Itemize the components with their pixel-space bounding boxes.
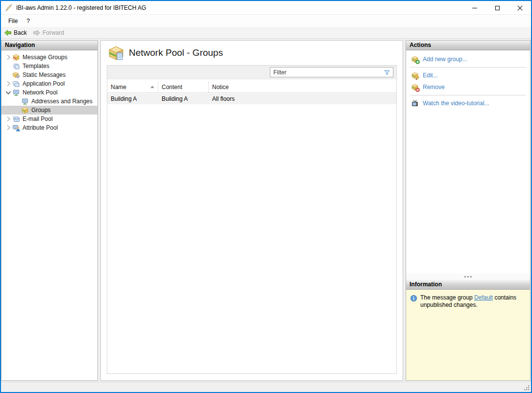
filter-funnel-icon[interactable] — [383, 69, 391, 76]
envelope-icon — [12, 115, 20, 123]
navigation-header: Navigation — [1, 41, 97, 50]
caption-buttons — [463, 1, 531, 15]
watch-video-tutorial-link[interactable]: Watch the video-tutorial... — [406, 97, 530, 109]
maximize-icon — [495, 6, 500, 10]
minimize-icon — [472, 8, 477, 8]
splitter-grip-icon — [464, 276, 466, 277]
app-quill-icon — [5, 4, 13, 12]
chevron-right-icon[interactable] — [4, 124, 12, 132]
message-groups-box-icon — [12, 53, 20, 61]
forward-button[interactable]: Forward — [30, 27, 67, 38]
nav-item-templates[interactable]: Templates — [1, 62, 97, 70]
column-header-name[interactable]: Name — [107, 81, 158, 92]
filter-strip — [107, 66, 396, 79]
main-title-row: Network Pool - Groups — [101, 41, 403, 65]
tv-icon — [411, 99, 419, 107]
person-monitor-icon — [12, 124, 20, 132]
splitter-grip-icon — [467, 276, 469, 277]
nav-item-static-messages[interactable]: Static Messages — [1, 70, 97, 79]
static-messages-gear-box-icon — [12, 71, 20, 79]
right-column: Actions Add new group... Edit... — [406, 40, 531, 381]
chevron-down-icon[interactable] — [4, 89, 12, 96]
nav-item-application-pool[interactable]: Application Pool — [1, 79, 97, 88]
group-box-icon — [21, 106, 29, 114]
application-windows-icon — [12, 80, 20, 88]
cell-content: Building A — [158, 93, 209, 104]
column-header-notice[interactable]: Notice — [209, 81, 396, 92]
information-message: The message group Default contains unpub… — [420, 294, 526, 309]
resize-grip-icon[interactable] — [524, 385, 530, 391]
group-box-document-icon — [108, 45, 124, 61]
forward-arrow-icon — [33, 29, 41, 37]
filter-input[interactable] — [270, 68, 383, 77]
actions-separator — [410, 95, 526, 95]
cell-name: Building A — [107, 93, 158, 104]
toolbar: Back Forward — [1, 27, 531, 39]
menu-file[interactable]: File — [4, 15, 22, 27]
menu-help[interactable]: ? — [22, 15, 34, 27]
window-title: IBI-aws Admin 1.22.0 - registered for IB… — [16, 4, 146, 11]
chevron-placeholder — [4, 62, 12, 70]
group-edit-icon — [411, 71, 419, 79]
chevron-placeholder — [4, 71, 12, 79]
navigation-panel: Navigation Message Groups Templates Stat… — [1, 40, 98, 381]
information-panel: The message group Default contains unpub… — [406, 290, 530, 380]
actions-separator — [410, 67, 526, 68]
network-monitor-icon — [12, 89, 20, 96]
info-circle-icon — [410, 295, 417, 302]
actions-panel: Add new group... Edit... Remove — [406, 50, 530, 274]
menu-bar: File ? — [1, 15, 531, 27]
minimize-button[interactable] — [463, 1, 486, 15]
group-add-icon — [411, 55, 419, 63]
nav-item-attribute-pool[interactable]: Attribute Pool — [1, 123, 97, 132]
edit-button[interactable]: Edit... — [406, 69, 530, 81]
nav-item-network-pool[interactable]: Network Pool — [1, 88, 97, 97]
back-button[interactable]: Back — [1, 27, 30, 38]
app-window: IBI-aws Admin 1.22.0 - registered for IB… — [0, 0, 532, 393]
main-panel: Network Pool - Groups Name Content Notic… — [100, 40, 403, 381]
navigation-tree: Message Groups Templates Static Messages… — [1, 50, 97, 132]
cell-notice: All floors — [209, 93, 396, 104]
nav-item-groups[interactable]: Groups — [1, 106, 97, 115]
close-icon — [517, 5, 523, 11]
actions-header: Actions — [406, 41, 530, 50]
add-new-group-button[interactable]: Add new group... — [406, 53, 530, 65]
page-title: Network Pool - Groups — [129, 47, 223, 58]
monitor-icon — [21, 97, 29, 105]
remove-button[interactable]: Remove — [406, 81, 530, 93]
groups-table: Name Content Notice Building A Building … — [107, 65, 397, 374]
close-button[interactable] — [508, 1, 531, 15]
sort-ascending-icon — [150, 86, 154, 88]
nav-item-email-pool[interactable]: E-mail Pool — [1, 115, 97, 123]
templates-pages-icon — [12, 62, 20, 70]
panel-splitter[interactable] — [406, 274, 530, 280]
filter-box — [270, 67, 393, 77]
table-row[interactable]: Building A Building A All floors — [107, 93, 396, 104]
nav-item-message-groups[interactable]: Message Groups — [1, 53, 97, 62]
column-header-content[interactable]: Content — [158, 81, 209, 92]
splitter-grip-icon — [470, 276, 472, 277]
chevron-right-icon[interactable] — [4, 80, 12, 88]
chevron-right-icon[interactable] — [4, 53, 12, 61]
nav-item-addresses-and-ranges[interactable]: Addresses and Ranges — [1, 97, 97, 106]
group-remove-icon — [411, 83, 419, 91]
maximize-button[interactable] — [486, 1, 508, 15]
chevron-right-icon[interactable] — [4, 115, 12, 123]
title-bar: IBI-aws Admin 1.22.0 - registered for IB… — [1, 1, 531, 15]
information-header: Information — [406, 280, 530, 290]
default-group-link[interactable]: Default — [474, 294, 493, 301]
status-bar — [1, 382, 531, 392]
back-arrow-icon — [4, 29, 12, 37]
table-header-row: Name Content Notice — [107, 81, 396, 93]
